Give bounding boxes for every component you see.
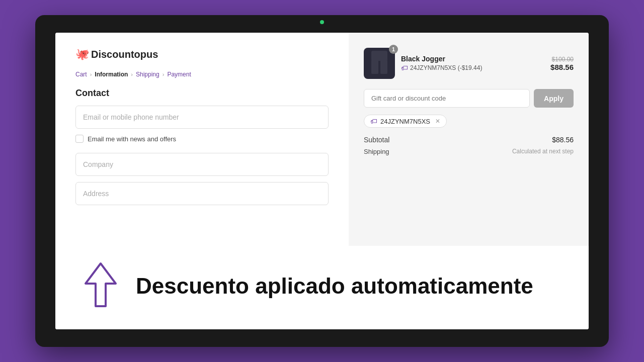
newsletter-checkbox[interactable] (75, 135, 84, 143)
subtotal-label: Subtotal (364, 136, 389, 144)
applied-code: 24JZYNM7N5XS (380, 118, 430, 125)
shipping-label: Shipping (364, 148, 389, 155)
breadcrumb-cart[interactable]: Cart (75, 71, 87, 78)
remove-discount-button[interactable]: ✕ (435, 118, 440, 125)
breadcrumb-information[interactable]: Information (95, 71, 128, 78)
overlay-banner: Descuento aplicado automaticamente (55, 246, 589, 329)
laptop-screen: 🐙 Discountopus Cart › Information › Ship… (55, 33, 589, 329)
arrow-wrap (80, 261, 121, 311)
price-current: $88.56 (550, 63, 574, 71)
logo-area: 🐙 Discountopus (75, 48, 329, 61)
email-field[interactable] (75, 106, 329, 129)
company-field[interactable] (75, 153, 329, 176)
subtotal-row: Subtotal $88.56 (364, 136, 574, 144)
breadcrumb-payment[interactable]: Payment (167, 71, 191, 78)
breadcrumb: Cart › Information › Shipping › Payment (75, 71, 329, 78)
svg-rect-2 (380, 60, 387, 74)
product-name: Black Jogger (401, 55, 544, 63)
logo: 🐙 Discountopus (75, 48, 158, 61)
laptop-camera (320, 20, 324, 24)
newsletter-label: Email me with news and offers (88, 135, 176, 143)
applied-tag-icon: 🏷 (370, 117, 377, 125)
product-tag-row: 🏷 24JZYNM7N5XS (-$19.44) (401, 64, 544, 72)
shipping-row: Shipping Calculated at next step (364, 148, 574, 155)
product-badge: 1 (389, 45, 398, 54)
logo-text: Discountopus (91, 49, 158, 60)
overlay-message: Descuento aplicado automaticamente (136, 274, 533, 298)
applied-discount-tag: 🏷 24JZYNM7N5XS ✕ (364, 115, 447, 128)
breadcrumb-sep-3: › (163, 71, 165, 77)
svg-rect-0 (371, 51, 387, 61)
svg-rect-1 (371, 60, 378, 74)
newsletter-row: Email me with news and offers (75, 135, 329, 143)
product-info: Black Jogger 🏷 24JZYNM7N5XS (-$19.44) (401, 55, 544, 72)
discount-row: Apply (364, 89, 574, 108)
arrow-icon (80, 261, 121, 311)
subtotal-value: $88.56 (552, 136, 574, 144)
svg-marker-3 (86, 263, 116, 306)
discount-tag-icon: 🏷 (401, 64, 408, 72)
logo-icon: 🐙 (75, 48, 89, 61)
laptop-frame: 🐙 Discountopus Cart › Information › Ship… (35, 15, 609, 347)
discount-code-input[interactable] (364, 89, 530, 108)
shipping-value: Calculated at next step (512, 148, 574, 155)
product-prices: $100.00 $88.56 (550, 56, 574, 71)
breadcrumb-sep-2: › (131, 71, 133, 77)
product-row: 1 Black Jogger 🏷 24JZYNM7N5XS (-$19.44) … (364, 48, 574, 79)
price-original: $100.00 (550, 56, 574, 63)
breadcrumb-shipping[interactable]: Shipping (136, 71, 159, 78)
address-field[interactable] (75, 182, 329, 205)
breadcrumb-sep-1: › (90, 71, 92, 77)
apply-button[interactable]: Apply (534, 89, 574, 108)
contact-title: Contact (75, 88, 329, 99)
address-fields (75, 153, 329, 211)
product-image-wrap: 1 (364, 48, 395, 79)
product-code: 24JZYNM7N5XS (-$19.44) (410, 64, 482, 71)
